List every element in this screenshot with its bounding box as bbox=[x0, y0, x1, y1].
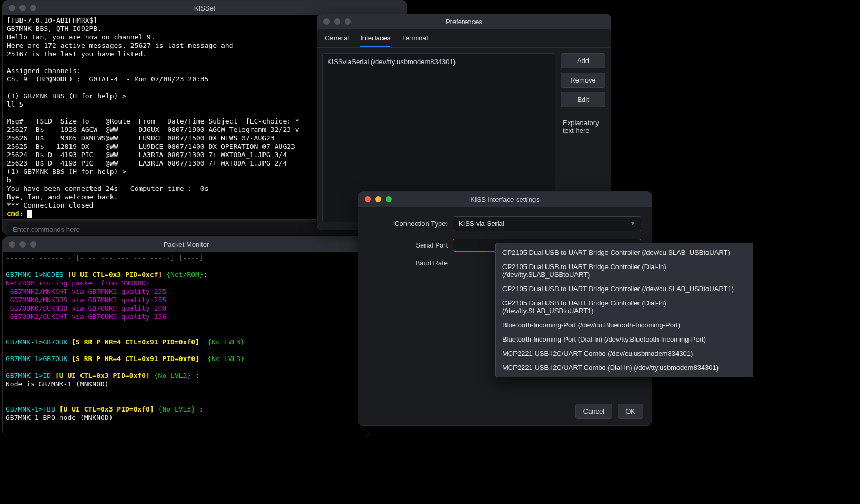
close-icon[interactable] bbox=[9, 241, 15, 248]
minimize-icon[interactable] bbox=[19, 5, 26, 11]
tabs: General Interfaces Terminal bbox=[317, 29, 611, 48]
close-icon[interactable] bbox=[9, 5, 15, 11]
tab-general[interactable]: General bbox=[325, 34, 349, 47]
monitor-titlebar[interactable]: Packet Monitor bbox=[3, 237, 370, 252]
remove-button[interactable]: Remove bbox=[561, 73, 605, 88]
traffic-lights bbox=[365, 196, 392, 202]
connection-type-select[interactable]: KISS via Serial ▼ bbox=[453, 216, 641, 231]
dropdown-item[interactable]: CP2105 Dual USB to UART Bridge Controlle… bbox=[496, 296, 753, 318]
tab-interfaces[interactable]: Interfaces bbox=[360, 34, 390, 47]
monitor-output: ------- ------ - [- -- ---=--- --- ---=-… bbox=[3, 252, 370, 436]
traffic-lights bbox=[9, 241, 36, 248]
traffic-lights bbox=[9, 5, 36, 11]
window-title: KISS interface settings bbox=[358, 196, 652, 203]
window-title: KISSet bbox=[3, 4, 407, 12]
dropdown-item[interactable]: Bluetooth-Incoming-Port (/dev/cu.Bluetoo… bbox=[496, 318, 753, 332]
close-icon[interactable] bbox=[365, 196, 371, 202]
packet-monitor-window: Packet Monitor ------- ------ - [- -- --… bbox=[2, 236, 370, 436]
close-icon[interactable] bbox=[323, 18, 330, 25]
edit-button[interactable]: Edit bbox=[561, 92, 605, 107]
traffic-lights bbox=[323, 18, 351, 25]
serial-port-label: Serial Port bbox=[369, 241, 448, 249]
minimize-icon[interactable] bbox=[334, 18, 340, 25]
window-title: Preferences bbox=[317, 18, 611, 26]
dropdown-item[interactable]: MCP2221 USB-I2C/UART Combo (/dev/cu.usbm… bbox=[496, 346, 753, 361]
dropdown-item[interactable]: MCP2221 USB-I2C/UART Combo (Dial-In) (/d… bbox=[496, 361, 753, 375]
window-title: Packet Monitor bbox=[3, 241, 370, 249]
tab-terminal[interactable]: Terminal bbox=[402, 34, 428, 47]
connection-type-label: Connection Type: bbox=[369, 220, 448, 228]
minimize-icon[interactable] bbox=[375, 196, 381, 202]
prefs-titlebar[interactable]: Preferences bbox=[317, 14, 611, 29]
kiss-titlebar[interactable]: KISS interface settings bbox=[358, 192, 652, 207]
dropdown-item[interactable]: CP2105 Dual USB to UART Bridge Controlle… bbox=[496, 245, 753, 260]
zoom-icon[interactable] bbox=[345, 18, 351, 25]
add-button[interactable]: Add bbox=[561, 53, 605, 68]
dropdown-item[interactable]: CP2105 Dual USB to UART Bridge Controlle… bbox=[496, 282, 753, 296]
list-item[interactable]: KISSviaSerial (/dev/tty.usbmodem834301) bbox=[327, 58, 551, 66]
baud-rate-label: Baud Rate bbox=[369, 259, 448, 267]
zoom-icon[interactable] bbox=[30, 5, 36, 11]
chevron-down-icon: ▼ bbox=[630, 221, 635, 227]
serial-port-dropdown[interactable]: CP2105 Dual USB to UART Bridge Controlle… bbox=[495, 243, 753, 377]
dropdown-item[interactable]: Bluetooth-Incoming-Port (Dial-In) (/dev/… bbox=[496, 332, 753, 346]
zoom-icon[interactable] bbox=[30, 241, 36, 248]
minimize-icon[interactable] bbox=[19, 241, 26, 248]
ok-button[interactable]: OK bbox=[618, 404, 643, 419]
connection-type-value: KISS via Serial bbox=[459, 220, 504, 228]
dropdown-item[interactable]: CP2105 Dual USB to UART Bridge Controlle… bbox=[496, 260, 753, 282]
cancel-button[interactable]: Cancel bbox=[575, 404, 612, 419]
explanatory-text: Explanatory text here bbox=[561, 119, 605, 135]
kisset-titlebar[interactable]: KISSet bbox=[3, 1, 407, 15]
zoom-icon[interactable] bbox=[386, 196, 392, 202]
